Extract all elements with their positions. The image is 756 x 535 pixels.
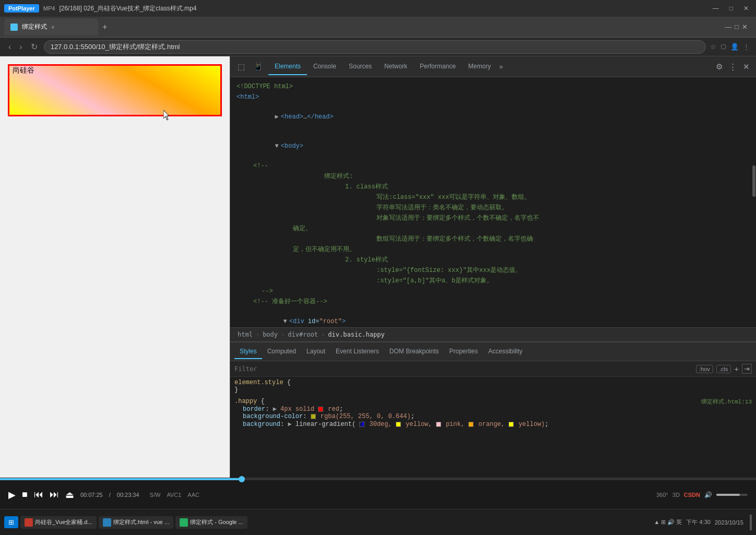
format-avc: AVC1 <box>167 492 181 498</box>
breadcrumb-body[interactable]: body <box>259 331 281 338</box>
player-logo[interactable]: PotPlayer <box>4 4 39 13</box>
html-comment-open: <!-- <box>230 161 756 171</box>
next-button[interactable]: ⏭ <box>50 489 59 500</box>
address-input[interactable] <box>44 40 706 54</box>
color-swatch-orange[interactable] <box>468 422 474 427</box>
taskbar-app-1-label: 尚硅谷_Vue全家桶.d... <box>35 518 92 526</box>
html-comment-close: --> <box>230 286 756 296</box>
tab-elements[interactable]: Elements <box>268 58 307 75</box>
new-tab-button[interactable]: + <box>98 20 111 34</box>
browser-close-btn[interactable]: ✕ <box>742 23 748 31</box>
comment-line-7: 2. style样式 <box>230 255 756 265</box>
volume-icon[interactable]: 🔊 <box>704 491 712 498</box>
comment-line-6: 数组写法适用于：要绑定多个样式，个数确定，名字也确 <box>230 234 756 244</box>
stop-button[interactable]: ■ <box>22 489 28 500</box>
taskbar-show-desktop[interactable] <box>750 515 752 530</box>
css-source-link[interactable]: 绑定样式.html:13 <box>701 398 752 406</box>
tab-sources[interactable]: Sources <box>342 58 378 75</box>
forward-button[interactable]: › <box>17 41 24 53</box>
styles-tab-computed[interactable]: Computed <box>262 344 301 359</box>
css-prop-bgcolor: background-color: rgba(255, 255, 0, 0.64… <box>234 413 752 420</box>
expand-border-icon[interactable]: ▶ <box>273 406 277 413</box>
styles-tab-styles[interactable]: Styles <box>234 344 262 359</box>
tab-close-btn[interactable]: × <box>51 24 54 30</box>
styles-tab-event-listeners[interactable]: Event Listeners <box>330 344 384 359</box>
back-button[interactable]: ‹ <box>6 41 13 53</box>
comment-line-5: 对象写法适用于：要绑定多个样式，个数不确定，名字也不 <box>230 213 756 223</box>
taskbar-app-1[interactable]: 尚硅谷_Vue全家桶.d... <box>20 516 97 529</box>
hov-filter-btn[interactable]: :hov <box>696 365 713 373</box>
bookmark-icon[interactable]: ☆ <box>710 43 716 51</box>
breadcrumb-div-root[interactable]: div#root <box>285 331 321 338</box>
color-swatch-red[interactable] <box>318 407 323 412</box>
tab-console[interactable]: Console <box>307 58 342 75</box>
extensions-icon[interactable]: ⬡ <box>720 43 726 51</box>
csdn-icon[interactable]: CSDN <box>684 492 700 498</box>
tab-favicon <box>10 23 18 31</box>
breadcrumb-html[interactable]: html <box>234 331 256 338</box>
player-minimize-btn[interactable]: — <box>710 5 722 12</box>
player-close-btn[interactable]: ✕ <box>740 5 752 12</box>
device-toggle-icon[interactable]: 📱 <box>250 60 266 74</box>
styles-tab-properties[interactable]: Properties <box>444 344 483 359</box>
styles-tab-dom-breakpoints[interactable]: DOM Breakpoints <box>384 344 444 359</box>
tab-performance[interactable]: Performance <box>414 58 462 75</box>
browser-minimize-btn[interactable]: — <box>725 23 731 31</box>
color-swatch-yellow2[interactable] <box>509 422 514 427</box>
html-head[interactable]: ▶<head>…</head> <box>230 102 756 132</box>
inspect-element-icon[interactable]: ⬚ <box>234 60 248 74</box>
cls-filter-btn[interactable]: .cls <box>716 365 731 373</box>
html-body[interactable]: ▼<body> <box>230 132 756 161</box>
devtools-more-icon[interactable]: ⋮ <box>727 60 739 74</box>
devtools-settings-icon[interactable]: ⚙ <box>714 60 725 74</box>
volume-fill <box>716 494 740 496</box>
breadcrumb-div-class[interactable]: div.basic.happy <box>325 331 387 338</box>
progress-thumb[interactable] <box>239 476 245 482</box>
tab-memory[interactable]: Memory <box>462 58 497 75</box>
browser-maximize-btn[interactable]: □ <box>735 23 739 31</box>
devtools-close-icon[interactable]: ✕ <box>741 60 752 74</box>
css-selector-element: element.style { <box>234 379 752 386</box>
reload-button[interactable]: ↻ <box>29 41 40 53</box>
styles-panel: Styles Computed Layout Event Listeners D… <box>230 342 756 478</box>
start-button[interactable]: ⊞ <box>4 516 18 528</box>
taskbar-app-2[interactable]: 绑定样式.html - vue ... <box>99 516 174 529</box>
taskbar-system-icons: ▲ ⊞ 🔊 英 <box>654 518 682 526</box>
comment-line-1: 绑定样式: <box>230 171 756 182</box>
html-div-root[interactable]: ▼<div id="root"> <box>230 307 756 327</box>
browser-tab-active[interactable]: 绑定样式 × <box>4 19 98 35</box>
volume-bar[interactable] <box>716 494 748 496</box>
progress-bar[interactable] <box>0 478 756 480</box>
filter-controls: :hov .cls + ⇥ <box>696 364 752 374</box>
color-swatch-pink[interactable] <box>436 422 441 427</box>
preview-box: 尚硅谷 <box>8 64 222 116</box>
devtools-tab-more[interactable]: » <box>497 58 505 75</box>
tab-network[interactable]: Network <box>378 58 414 75</box>
tab-title: 绑定样式 <box>22 22 47 31</box>
html-open[interactable]: <html> <box>230 92 756 102</box>
taskbar-app-3[interactable]: 绑定样式 - Google ... <box>175 516 247 529</box>
toggle-sidebar-btn[interactable]: ⇥ <box>742 364 752 374</box>
play-button[interactable]: ▶ <box>8 489 16 501</box>
player-maximize-btn[interactable]: □ <box>726 5 736 12</box>
eject-button[interactable]: ⏏ <box>65 489 74 501</box>
styles-tab-layout[interactable]: Layout <box>301 344 330 359</box>
menu-icon[interactable]: ⋮ <box>743 43 750 51</box>
taskbar-date: 2023/10/15 <box>715 519 743 526</box>
total-time: 00:23:34 <box>117 492 139 498</box>
color-swatch-gradient[interactable] <box>359 422 364 427</box>
styles-tab-accessibility[interactable]: Accessibility <box>483 344 527 359</box>
view-3d-label[interactable]: 3D <box>672 492 680 498</box>
add-rule-btn[interactable]: + <box>734 364 739 373</box>
address-icons: ☆ ⬡ 👤 ⋮ <box>710 43 750 51</box>
color-swatch-yellow[interactable] <box>396 422 401 427</box>
prev-button[interactable]: ⏮ <box>34 489 43 500</box>
devtools-tabs: Elements Console Sources Network Perform… <box>268 58 712 75</box>
color-swatch-rgba[interactable] <box>311 414 316 419</box>
profile-icon[interactable]: 👤 <box>730 43 739 51</box>
comment-line-2: 1. class样式 <box>230 182 756 192</box>
expand-bg-icon[interactable]: ▶ <box>288 421 291 428</box>
css-rule-happy: .happy { 绑定样式.html:13 border: ▶ 4px soli… <box>234 398 752 428</box>
styles-filter-bar: :hov .cls + ⇥ <box>230 361 756 377</box>
styles-filter-input[interactable] <box>234 365 694 373</box>
